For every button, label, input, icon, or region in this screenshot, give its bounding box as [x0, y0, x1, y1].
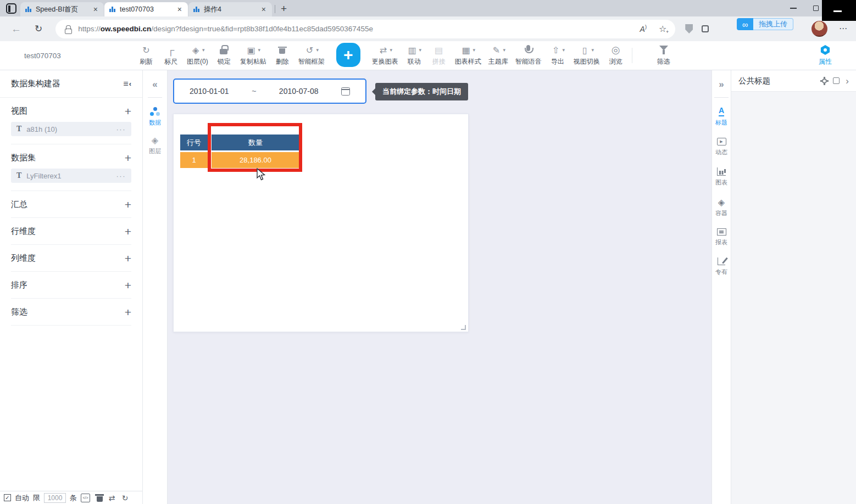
field-chip-label: a81h (10) — [26, 125, 57, 133]
toolbar-button[interactable]: ▾ 更换图表 — [372, 44, 398, 66]
tab-close-icon[interactable]: × — [176, 5, 183, 14]
panel-content-area[interactable] — [731, 91, 856, 504]
table-header-cell: 行号 — [180, 135, 208, 150]
add-icon[interactable]: + — [125, 152, 131, 164]
toolbar-button-icon — [550, 44, 561, 55]
toolbar-button[interactable]: ▾ 筛选 — [655, 44, 672, 66]
netdisk-upload-badge[interactable]: ∞ 拖拽上传 — [737, 18, 793, 30]
back-icon[interactable]: ← — [11, 23, 21, 35]
add-icon[interactable]: + — [125, 226, 131, 237]
auto-checkbox[interactable]: ✓ — [4, 494, 11, 501]
toolbar-button[interactable]: ▾ 智能语音 — [515, 44, 542, 66]
clear-trash-icon[interactable] — [94, 494, 103, 502]
field-chip[interactable]: T LyFilterex1 ··· — [11, 169, 131, 183]
widget-category-tab[interactable]: 专有 — [715, 257, 727, 276]
builder-section: 数据集 + T LyFilterex1 ··· — [11, 144, 131, 191]
widget-category-tab[interactable]: 报表 — [715, 228, 727, 247]
shield-icon[interactable] — [685, 24, 693, 33]
toolbar-button[interactable]: ▾ 删除 — [274, 44, 291, 66]
browser-tab[interactable]: 操作4 × — [188, 2, 272, 16]
browser-navbar: ← ↻ https://ow.speedbi.cn/design?fdesign… — [0, 16, 856, 41]
toolbar-button[interactable]: ▾ 图层(0) — [187, 44, 208, 66]
rerun-icon[interactable]: ↻ — [120, 494, 130, 502]
extensions-icon[interactable] — [702, 25, 709, 32]
toolbar-button[interactable]: ▾ — [632, 48, 632, 63]
expand-right-icon[interactable]: » — [719, 79, 724, 90]
add-icon[interactable]: + — [125, 279, 131, 291]
toolbar-button[interactable]: ▾ 拼接 — [430, 44, 448, 66]
minimize-icon[interactable] — [790, 8, 797, 9]
toolbar-button[interactable]: ▾ 锁定 — [215, 44, 233, 66]
design-canvas[interactable]: 2010-01-01 ~ 2010-07-08 当前绑定参数：时间日期 行号 数… — [168, 70, 712, 504]
widget-category-label: 专有 — [715, 268, 727, 276]
tab-actions-icon[interactable] — [6, 3, 16, 14]
toolbar-button[interactable]: ▾ 属性 — [816, 44, 834, 66]
toolbar-button[interactable]: ▾ 视图切换 — [574, 44, 600, 66]
widget-category-label: 容器 — [715, 209, 727, 217]
table-data-cell: 1 — [180, 152, 208, 168]
calendar-icon[interactable] — [341, 87, 350, 96]
date-range-picker[interactable]: 2010-01-01 ~ 2010-07-08 — [173, 79, 366, 104]
mode-tab-layer[interactable]: ◈ 图层 — [149, 136, 161, 155]
url-text[interactable]: https://ow.speedbi.cn/design?fdesign=tru… — [78, 25, 373, 33]
gear-icon[interactable] — [822, 79, 827, 83]
toolbar-button[interactable]: ▾ 主题库 — [488, 44, 508, 66]
browser-tab[interactable]: Speed-BI首页 × — [20, 2, 104, 16]
add-icon[interactable]: + — [125, 199, 131, 210]
toolbar-button-label: 主题库 — [488, 57, 508, 66]
widget-category-label: 报表 — [715, 238, 727, 247]
speedbi-favicon — [193, 6, 201, 13]
query-footer-bar: ✓ 自动 限 条 </> ⇄ ↻ — [0, 491, 142, 504]
toolbar-button[interactable]: ▾ 导出 — [549, 44, 566, 66]
new-tab-button[interactable]: + — [281, 3, 287, 14]
date-start-value[interactable]: 2010-01-01 — [190, 87, 229, 96]
row-limit-input[interactable] — [44, 493, 66, 503]
shuffle-icon[interactable]: ⇄ — [107, 494, 116, 502]
toolbar-button[interactable]: ▾ 标尺 — [162, 44, 180, 66]
widget-category-tab[interactable]: 标题 — [715, 107, 727, 127]
toolbar-button-label: 属性 — [819, 57, 832, 66]
more-icon[interactable]: ··· — [116, 172, 126, 180]
toolbar-button[interactable]: ▾ 图表样式 — [455, 44, 481, 66]
toolbar-button[interactable]: ▾ 刷新 — [137, 44, 155, 66]
date-end-value[interactable]: 2010-07-08 — [279, 87, 319, 96]
tab-close-icon[interactable]: × — [260, 5, 267, 14]
table-widget-card[interactable]: 行号 数量 1 28,186.00 — [173, 114, 469, 332]
add-icon[interactable]: + — [125, 253, 131, 264]
read-aloud-icon[interactable]: A) — [640, 24, 647, 33]
toolbar-button[interactable]: ▾ 智能框架 — [298, 44, 325, 66]
collapse-left-icon[interactable]: « — [152, 79, 157, 90]
builder-section: 排序 + T ··· — [11, 272, 131, 299]
field-chip[interactable]: T a81h (10) ··· — [11, 122, 131, 136]
mode-tab-data[interactable]: 数据 — [149, 107, 161, 127]
widget-category-tab[interactable]: 动态 — [715, 138, 727, 156]
toolbar-button[interactable]: ▾ 联动 — [405, 44, 423, 66]
toolbar-button[interactable]: ▾ 浏览 — [607, 44, 625, 66]
chevron-right-icon[interactable]: › — [846, 76, 849, 86]
favorite-star-icon[interactable]: ☆+ — [659, 24, 666, 34]
widget-category-tab[interactable]: 图表 — [715, 167, 727, 187]
section-label: 列维度 — [11, 253, 36, 264]
checkbox-icon[interactable] — [833, 77, 840, 84]
restore-icon[interactable] — [813, 5, 819, 11]
resize-handle[interactable] — [461, 325, 466, 330]
browser-tab[interactable]: test070703 × — [104, 2, 188, 16]
section-label: 排序 — [11, 280, 27, 290]
upload-badge-label[interactable]: 拖拽上传 — [753, 18, 793, 30]
unit-label: 条 — [70, 493, 77, 503]
toolbar-button[interactable]: ▾ — [336, 43, 360, 69]
browser-menu-icon[interactable]: ⋯ — [839, 24, 848, 33]
sql-code-icon[interactable]: </> — [81, 494, 90, 502]
profile-avatar[interactable] — [811, 21, 827, 37]
add-icon[interactable]: + — [125, 306, 131, 318]
more-icon[interactable]: ··· — [116, 125, 126, 133]
speedbi-favicon — [25, 6, 32, 13]
widget-category-tab[interactable]: 容器 — [715, 198, 727, 217]
refresh-icon[interactable]: ↻ — [35, 23, 42, 35]
tab-close-icon[interactable]: × — [92, 5, 99, 14]
add-icon[interactable]: + — [125, 105, 131, 117]
builder-section: 汇总 + T ··· — [11, 191, 131, 218]
panel-collapse-icon[interactable]: ≡‹ — [123, 79, 131, 89]
address-bar[interactable]: https://ow.speedbi.cn/design?fdesign=tru… — [55, 20, 675, 38]
toolbar-button[interactable]: ▾ 复制粘贴 — [240, 44, 266, 66]
